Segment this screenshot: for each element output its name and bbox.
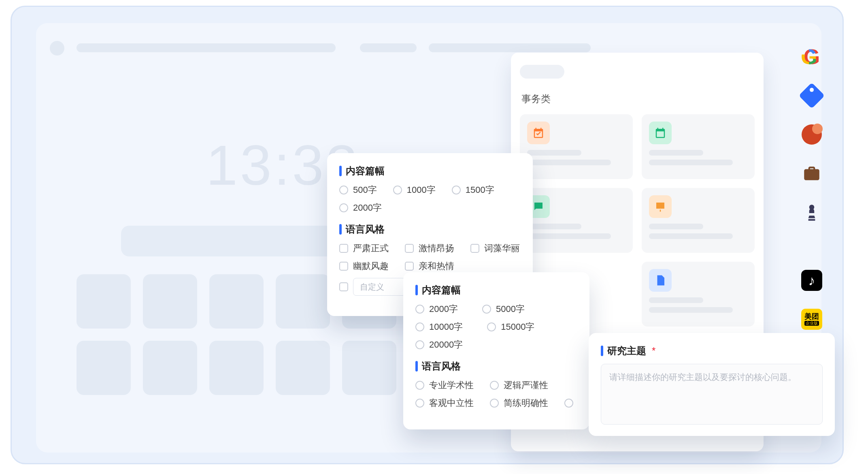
checkbox-icon [339,262,348,271]
meituan-sublabel: 企业版 [804,321,819,326]
section-label-text: 内容篇幅 [346,164,385,177]
app-tile[interactable] [143,274,197,329]
section-content-length: 内容篇幅 [339,164,521,177]
checkbox-icon [405,262,414,271]
radio-500[interactable]: 500字 [339,184,377,196]
meituan-icon[interactable]: 美团 企业版 [801,308,823,330]
section-content-length: 内容篇幅 [415,284,577,297]
radio-icon [339,203,348,212]
radio-icon [415,322,424,331]
radio-15000[interactable]: 15000字 [487,321,534,333]
radio-5000[interactable]: 5000字 [482,303,525,315]
required-mark: * [652,345,655,357]
section-language-style: 语言风格 [415,360,577,373]
radio-logical[interactable]: 逻辑严谨性 [490,379,548,391]
document-icon [649,269,672,292]
options-panel-long-form: 内容篇幅 2000字 5000字 10000字 15000字 20000字 语言… [403,272,589,429]
check-ornate[interactable]: 词藻华丽 [470,242,520,254]
radio-icon [415,399,424,408]
checkbox-icon [405,244,414,253]
powerpoint-icon[interactable] [801,124,823,145]
section-language-style: 语言风格 [339,223,521,236]
radio-concise[interactable]: 简练明确性 [490,397,548,409]
radio-objective[interactable]: 客观中立性 [415,397,474,409]
calendar-icon [649,122,672,144]
length-options: 500字 1000字 1500字 2000字 [339,184,521,214]
app-tile[interactable] [77,274,131,329]
placeholder-text: 请详细描述你的研究主题以及要探讨的核心问题。 [609,372,796,382]
task-card[interactable] [520,114,633,179]
task-card[interactable] [520,188,633,253]
task-card[interactable] [642,262,755,327]
chess-icon[interactable] [801,201,823,223]
radio-1500[interactable]: 1500字 [452,184,494,196]
style-options: 专业学术性 逻辑严谨性 客观中立性 简练明确性 [415,379,577,409]
app-tile[interactable] [276,274,330,329]
checkbox-icon [470,244,479,253]
research-topic-textarea[interactable]: 请详细描述你的研究主题以及要探讨的核心问题。 [601,364,823,425]
dashboard-pill-skeleton [520,65,564,79]
section-research-topic: 研究主题 * [601,344,823,357]
app-tile[interactable] [209,341,264,395]
custom-style-input[interactable]: 自定义 [353,278,406,296]
section-label-text: 语言风格 [346,223,385,236]
radio-2000[interactable]: 2000字 [339,202,382,214]
calendar-check-icon [527,122,550,144]
radio-icon [564,399,573,408]
radio-icon [452,186,461,194]
app-tile[interactable] [143,341,197,395]
right-sidebar: GGGG ♪ 美团 企业版 [792,46,831,369]
radio-icon [415,381,424,390]
check-passionate[interactable]: 激情昂扬 [405,242,454,254]
radio-icon [415,305,424,314]
check-warm[interactable]: 亲和热情 [405,260,454,272]
radio-icon [490,381,499,390]
checkbox-icon [339,282,348,291]
app-tile[interactable] [276,341,330,395]
radio-icon [393,186,402,194]
addressbar-skeleton [77,43,336,52]
radio-icon [415,340,424,349]
length-options: 2000字 5000字 10000字 15000字 20000字 [415,303,577,351]
check-custom[interactable]: 自定义 [339,278,406,296]
task-card[interactable] [642,188,755,253]
window-dot [50,41,64,56]
checkbox-icon [339,244,348,253]
briefcase-icon[interactable] [801,162,823,184]
section-label-text: 语言风格 [422,360,461,373]
radio-extra[interactable] [564,397,573,409]
radio-icon [339,186,348,194]
tab-skeleton [360,43,417,52]
radio-2000[interactable]: 2000字 [415,303,458,315]
check-formal[interactable]: 严肃正式 [339,242,389,254]
section-label-text: 研究主题 [607,344,646,357]
radio-20000[interactable]: 20000字 [415,339,463,351]
radio-academic[interactable]: 专业学术性 [415,379,474,391]
meituan-label: 美团 [804,313,819,320]
app-tile[interactable] [77,341,131,395]
presentation-icon [649,195,672,218]
google-icon[interactable]: GGGG [801,46,823,68]
tiktok-icon[interactable]: ♪ [801,269,823,291]
toolbar-skeleton [429,43,591,52]
research-topic-panel: 研究主题 * 请详细描述你的研究主题以及要探讨的核心问题。 [589,333,835,436]
app-tile[interactable] [209,274,264,329]
radio-icon [490,399,499,408]
radio-icon [487,322,496,331]
radio-1000[interactable]: 1000字 [393,184,436,196]
radio-icon [482,305,491,314]
radio-10000[interactable]: 10000字 [415,321,463,333]
app-tile[interactable] [342,341,396,395]
task-card[interactable] [642,114,755,179]
tag-icon[interactable] [801,85,823,107]
check-humor[interactable]: 幽默风趣 [339,260,389,272]
dashboard-section-title: 事务类 [521,92,753,105]
section-label-text: 内容篇幅 [422,284,461,297]
